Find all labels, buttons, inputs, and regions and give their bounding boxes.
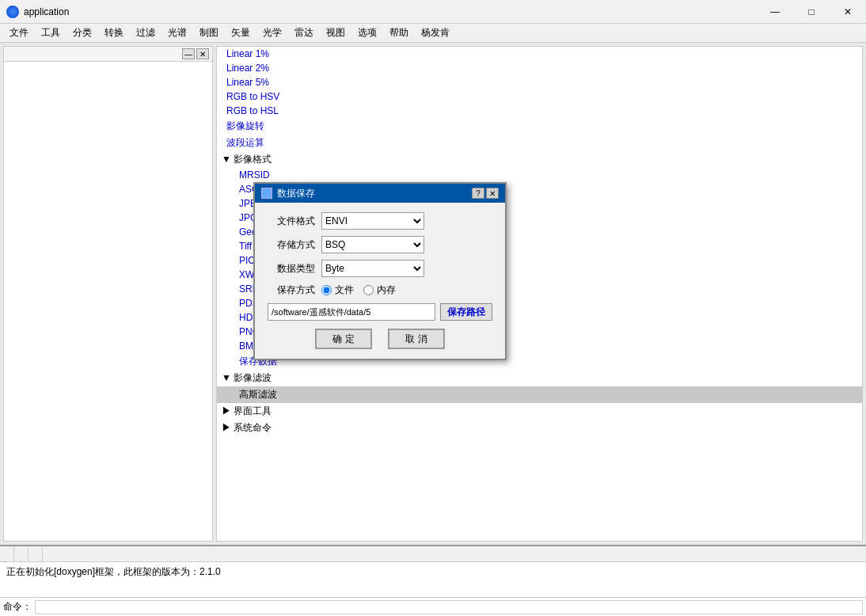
data-type-select[interactable]: Byte Int16 UInt16 Float32 Float64 (321, 260, 424, 277)
file-format-row: 文件格式 ENVI TIFF HDF JPEG (268, 212, 492, 230)
radio-memory-text: 内存 (377, 283, 396, 297)
save-method-radios: 文件 内存 (321, 283, 396, 297)
confirm-button[interactable]: 确 定 (315, 329, 372, 349)
radio-file[interactable] (321, 285, 332, 295)
save-method-label: 保存方式 (268, 283, 315, 297)
radio-file-label[interactable]: 文件 (321, 283, 354, 297)
radio-memory-label[interactable]: 内存 (363, 283, 396, 297)
radio-memory[interactable] (363, 285, 374, 295)
cancel-button[interactable]: 取 消 (388, 329, 445, 349)
dialog-help-button[interactable]: ? (472, 188, 484, 199)
file-format-select[interactable]: ENVI TIFF HDF JPEG (321, 212, 424, 230)
data-type-label: 数据类型 (268, 262, 315, 276)
save-path-button[interactable]: 保存路径 (440, 303, 492, 321)
file-format-label: 文件格式 (268, 215, 315, 228)
dialog-close-button[interactable]: ✕ (486, 188, 499, 199)
save-method-row: 保存方式 文件 内存 (268, 283, 492, 297)
dialog-icon (261, 188, 272, 199)
dialog-title: 数据保存 (277, 187, 315, 200)
dialog-title-buttons: ? ✕ (472, 188, 499, 199)
save-dialog: 数据保存 ? ✕ 文件格式 ENVI TIFF HDF JPEG 存储方式 (253, 182, 507, 360)
storage-select[interactable]: BSQ BIL BIP (321, 236, 424, 253)
modal-overlay: 数据保存 ? ✕ 文件格式 ENVI TIFF HDF JPEG 存储方式 (0, 0, 866, 616)
dialog-titlebar: 数据保存 ? ✕ (255, 184, 505, 203)
storage-label: 存储方式 (268, 238, 315, 252)
path-row: 保存路径 (268, 303, 492, 321)
radio-file-text: 文件 (335, 283, 354, 297)
dialog-title-left: 数据保存 (261, 187, 315, 200)
dialog-content: 文件格式 ENVI TIFF HDF JPEG 存储方式 BSQ BIL BIP (255, 203, 505, 359)
data-type-row: 数据类型 Byte Int16 UInt16 Float32 Float64 (268, 260, 492, 277)
dialog-actions: 确 定 取 消 (268, 329, 492, 349)
path-input[interactable] (268, 303, 435, 321)
storage-row: 存储方式 BSQ BIL BIP (268, 236, 492, 253)
